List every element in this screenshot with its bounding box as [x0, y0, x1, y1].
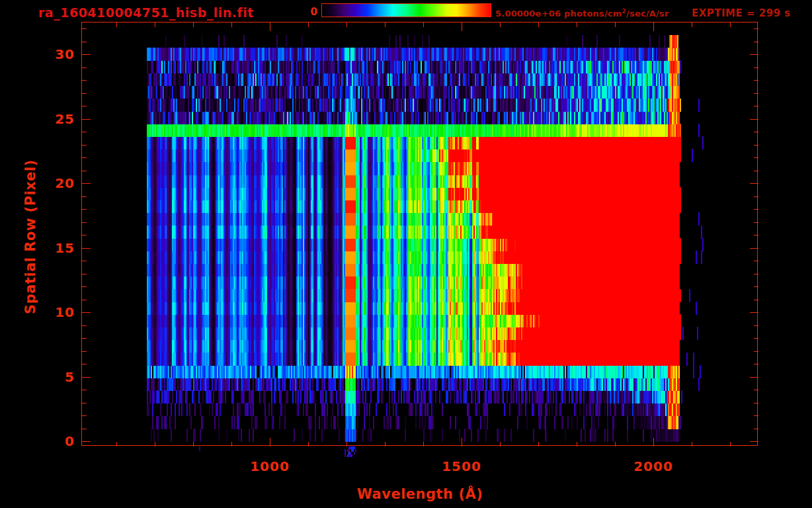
y-axis-tick	[82, 338, 87, 339]
x-axis-tick	[577, 442, 577, 446]
x-axis-tick	[615, 22, 616, 27]
y-axis-tick	[82, 145, 87, 146]
y-axis-tick	[82, 364, 87, 364]
x-axis-tick	[346, 22, 347, 27]
y-axis-tick	[754, 429, 758, 429]
x-axis-tick	[462, 22, 462, 31]
y-axis-tick	[754, 106, 758, 106]
y-axis-tick	[82, 54, 91, 55]
y-axis-tick	[82, 377, 91, 378]
x-axis-tick	[538, 442, 539, 446]
x-axis-tick	[155, 22, 155, 27]
y-axis-tick	[754, 28, 758, 29]
y-axis-tick	[754, 132, 758, 132]
y-axis-tick	[82, 28, 87, 29]
y-axis-tick	[754, 338, 758, 339]
y-axis-tick	[754, 415, 758, 416]
x-axis-tick	[423, 22, 424, 27]
y-axis-tick	[82, 261, 87, 261]
x-axis-tick	[116, 442, 117, 446]
y-axis-tick	[82, 429, 87, 429]
y-tick-label: 10	[34, 305, 75, 319]
x-axis-tick	[615, 442, 616, 446]
y-axis-tick	[82, 390, 87, 390]
colorbar-min-label: 0	[288, 6, 317, 18]
y-axis-tick	[750, 248, 758, 249]
y-axis-tick	[754, 67, 758, 68]
x-axis-tick	[346, 442, 347, 446]
x-axis-tick	[692, 22, 692, 27]
y-axis-tick	[750, 183, 758, 184]
x-tick-label: 1000	[240, 458, 300, 474]
y-tick-label: 25	[34, 112, 75, 126]
x-axis-title: Wavelength (Å)	[288, 486, 552, 502]
y-tick-label: 20	[34, 176, 75, 190]
y-axis-tick	[754, 286, 758, 287]
exptime-label: EXPTIME = 299 s	[692, 7, 791, 19]
y-axis-tick	[754, 93, 758, 94]
x-axis-tick	[730, 442, 731, 446]
x-axis-tick	[270, 22, 270, 31]
x-axis-tick	[231, 442, 232, 446]
x-axis-tick	[538, 22, 539, 27]
x-axis-tick	[270, 438, 270, 446]
x-axis-tick	[653, 438, 654, 446]
y-axis-tick	[754, 274, 758, 275]
plot-title: ra_160410004751_hisb_lin.fit	[38, 5, 254, 20]
y-axis-tick	[82, 93, 87, 94]
y-axis-tick	[82, 132, 87, 132]
y-axis-tick	[82, 248, 91, 249]
y-axis-tick	[82, 415, 87, 416]
colorbar-max-label: 5.00000e+06 photons/cm2/sec/A/sr	[495, 8, 669, 19]
y-axis-tick	[754, 157, 758, 158]
x-axis-tick	[577, 22, 577, 27]
y-axis-tick	[82, 274, 87, 275]
x-axis-tick	[385, 22, 386, 27]
x-axis-tick	[462, 438, 462, 446]
y-axis-tick	[754, 403, 758, 403]
colorbar-gradient	[321, 3, 491, 17]
y-tick-label: 0	[34, 434, 75, 448]
y-axis-tick	[82, 286, 87, 287]
x-axis-tick	[231, 22, 232, 27]
y-axis-tick	[750, 441, 758, 442]
y-tick-label: 15	[34, 241, 75, 255]
x-axis-tick	[730, 22, 731, 27]
y-axis-tick	[82, 325, 87, 326]
y-axis-tick	[82, 157, 87, 158]
y-axis-tick	[754, 300, 758, 300]
y-axis-tick	[754, 145, 758, 146]
x-axis-tick	[193, 22, 194, 27]
y-axis-tick	[82, 171, 87, 171]
y-axis-tick	[82, 67, 87, 68]
y-axis-tick	[754, 364, 758, 364]
colorbar-max-suffix: /sec/A/sr	[626, 9, 669, 19]
x-axis-tick	[308, 442, 309, 446]
y-axis-tick	[754, 222, 758, 223]
plot-frame	[81, 22, 758, 446]
y-axis-tick	[754, 80, 758, 81]
x-axis-tick	[500, 442, 501, 446]
y-axis-tick	[82, 209, 87, 210]
y-axis-tick	[750, 119, 758, 120]
y-axis-tick	[82, 441, 91, 442]
x-axis-tick	[116, 22, 117, 27]
y-axis-tick	[82, 403, 87, 403]
colorbar-max-prefix: 5.00000e+06 photons/cm	[495, 9, 622, 19]
x-axis-tick	[308, 22, 309, 27]
y-axis-tick	[82, 106, 87, 106]
x-axis-tick	[692, 442, 692, 446]
y-axis-tick	[82, 183, 91, 184]
y-axis-tick	[82, 42, 87, 42]
y-axis-tick	[754, 261, 758, 261]
x-tick-label: 1500	[432, 458, 491, 474]
y-axis-tick	[754, 196, 758, 197]
plot-window: ra_160410004751_hisb_lin.fit 0 5.00000e+…	[0, 0, 812, 508]
y-axis-tick	[750, 54, 758, 55]
y-axis-tick	[750, 377, 758, 378]
x-axis-tick	[155, 442, 155, 446]
y-tick-label: 5	[34, 370, 75, 384]
x-axis-tick	[653, 22, 654, 31]
x-axis-tick	[193, 442, 194, 446]
y-axis-tick	[754, 351, 758, 352]
